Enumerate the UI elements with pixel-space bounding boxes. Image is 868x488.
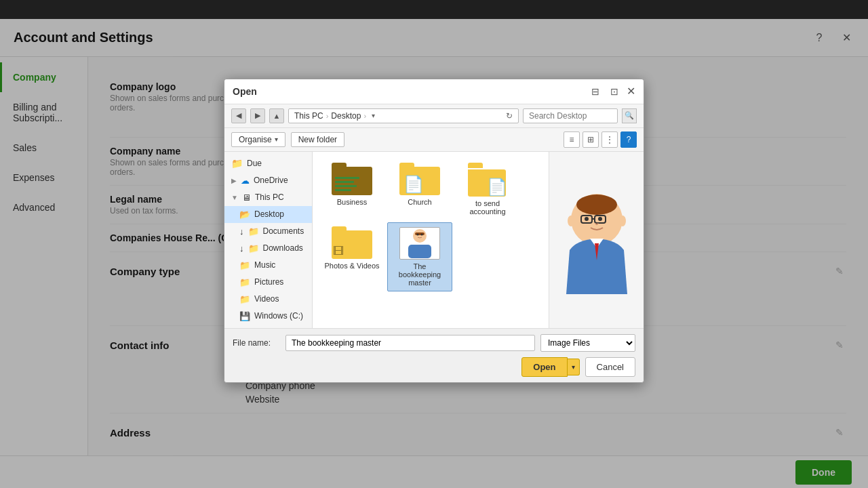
file-item-photos[interactable]: 🎞 Photos & Videos [319, 222, 384, 291]
open-dropdown-icon[interactable]: ▾ [568, 359, 580, 375]
svg-point-9 [416, 233, 418, 235]
tosend-folder-icon: 📄 [468, 163, 507, 197]
file-item-business[interactable]: Business [319, 159, 384, 220]
videos-folder-icon: 📁 [239, 294, 250, 304]
preview-image [553, 186, 641, 294]
path-refresh-icon[interactable]: ↻ [506, 111, 513, 121]
dialog-toolbar: Organise ▾ New folder ≡ ⊞ ⋮ ? [224, 128, 644, 152]
nav-forward-button[interactable]: ▶ [250, 108, 265, 123]
svg-point-12 [576, 195, 617, 215]
business-folder-icon [332, 163, 372, 195]
dialog-title: Open [233, 86, 257, 97]
thispc-expand-icon: ▼ [231, 194, 238, 201]
path-bar: This PC › Desktop › ▾ ↻ [288, 108, 519, 123]
downloads-arrow-icon: ↓ [239, 243, 244, 253]
sidebar-downloads[interactable]: ↓ 📁 Downloads [224, 240, 312, 257]
organise-dropdown-icon: ▾ [275, 136, 278, 143]
sidebar-onedrive[interactable]: ▶ ☁ OneDrive [224, 172, 312, 189]
help-dialog-icon[interactable]: ? [620, 131, 637, 148]
filename-row: File name: Image Files [233, 334, 635, 352]
onedrive-expand-icon: ▶ [231, 177, 237, 184]
nav-back-button[interactable]: ◀ [231, 108, 246, 123]
business-label: Business [337, 198, 368, 206]
bookkeeping-thumbnail [399, 227, 440, 260]
dialog-buttons: Open ▾ Cancel [233, 357, 635, 377]
svg-point-19 [619, 216, 626, 226]
svg-point-17 [598, 217, 602, 221]
file-item-church[interactable]: 📄 Church [387, 159, 452, 220]
pictures-folder-icon: 📁 [239, 277, 250, 287]
thispc-computer-icon: 🖥 [242, 192, 251, 203]
file-open-dialog: Open ⊟ ⊡ ✕ ◀ ▶ ▲ This PC › Desktop › ▾ ↻… [224, 79, 644, 383]
cancel-button[interactable]: Cancel [585, 357, 635, 377]
sidebar-due[interactable]: 📁 Due [224, 155, 312, 172]
dialog-bottom: File name: Image Files Open ▾ Cancel [224, 328, 644, 382]
church-folder-icon: 📄 [399, 163, 440, 195]
sidebar-windows-c[interactable]: 💾 Windows (C:) [224, 308, 312, 325]
view-details-icon[interactable]: ⋮ [601, 131, 618, 148]
open-button[interactable]: Open [521, 357, 567, 377]
sidebar-this-pc[interactable]: ▼ 🖥 This PC [224, 189, 312, 206]
open-button-group: Open ▾ [521, 357, 579, 377]
dialog-titlebar: Open ⊟ ⊡ ✕ [224, 79, 644, 104]
path-segment-thispc[interactable]: This PC [294, 111, 323, 121]
bookkeeping-label: The bookkeeping master [392, 262, 448, 287]
filetype-select[interactable]: Image Files [540, 334, 635, 352]
dialog-navbar: ◀ ▶ ▲ This PC › Desktop › ▾ ↻ 🔍 [224, 104, 644, 128]
sidebar-videos[interactable]: 📁 Videos [224, 291, 312, 308]
dialog-body: 📁 Due ▶ ☁ OneDrive ▼ 🖥 This PC 📂 Desktop [224, 152, 644, 328]
search-input[interactable] [523, 108, 618, 123]
filename-label: File name: [233, 338, 280, 348]
tosend-label: to send accounting [459, 199, 516, 216]
dialog-preview-panel [549, 152, 644, 328]
sidebar-pictures[interactable]: 📁 Pictures [224, 274, 312, 291]
svg-rect-8 [415, 232, 425, 235]
view-grid-icon[interactable]: ⊞ [583, 131, 599, 148]
photos-folder-icon: 🎞 [332, 226, 372, 259]
sidebar-desktop[interactable]: 📂 Desktop [224, 206, 312, 223]
dialog-close-icon[interactable]: ✕ [627, 85, 635, 98]
music-folder-icon: 📁 [239, 260, 250, 270]
due-folder-icon: 📁 [231, 158, 243, 169]
svg-point-18 [568, 216, 574, 226]
dialog-minimize-icon[interactable]: ⊟ [589, 85, 602, 98]
downloads-folder-icon: 📁 [248, 243, 259, 253]
dialog-file-sidebar: 📁 Due ▶ ☁ OneDrive ▼ 🖥 This PC 📂 Desktop [224, 152, 313, 328]
church-label: Church [408, 198, 431, 206]
file-item-tosend[interactable]: 📄 to send accounting [455, 159, 520, 220]
windows-drive-icon: 💾 [239, 311, 250, 321]
search-button[interactable]: 🔍 [622, 108, 637, 123]
svg-point-16 [585, 217, 589, 221]
path-dropdown-icon[interactable]: ▾ [372, 112, 375, 119]
path-sep-1: › [326, 112, 329, 120]
nav-up-button[interactable]: ▲ [269, 108, 284, 123]
new-folder-button[interactable]: New folder [291, 132, 344, 147]
sidebar-documents[interactable]: ↓ 📁 Documents [224, 223, 312, 240]
documents-folder-icon: 📁 [248, 226, 259, 237]
svg-point-10 [420, 233, 422, 235]
photos-label: Photos & Videos [324, 262, 379, 270]
dialog-title-icons: ⊟ ⊡ ✕ [589, 85, 635, 98]
toolbar-view-icons: ≡ ⊞ ⋮ ? [564, 131, 637, 148]
path-segment-desktop[interactable]: Desktop [331, 111, 361, 121]
organise-button[interactable]: Organise ▾ [231, 132, 285, 147]
sidebar-storage-d[interactable]: 💾 Stroage (D:) [224, 325, 312, 328]
file-item-bookkeeping[interactable]: The bookkeeping master [387, 222, 452, 291]
documents-arrow-icon: ↓ [239, 226, 244, 237]
onedrive-cloud-icon: ☁ [241, 176, 250, 186]
svg-rect-6 [408, 245, 431, 258]
dialog-overlay: Open ⊟ ⊡ ✕ ◀ ▶ ▲ This PC › Desktop › ▾ ↻… [0, 0, 868, 488]
bookkeeping-image [401, 228, 439, 259]
path-sep-2: › [363, 112, 366, 120]
sidebar-music[interactable]: 📁 Music [224, 257, 312, 274]
desktop-folder-icon: 📂 [239, 209, 250, 220]
view-list-icon[interactable]: ≡ [564, 131, 580, 148]
dialog-maximize-icon[interactable]: ⊡ [608, 85, 621, 98]
filename-input[interactable] [285, 335, 535, 351]
dialog-file-grid: Business 📄 Church 📄 [313, 152, 549, 328]
